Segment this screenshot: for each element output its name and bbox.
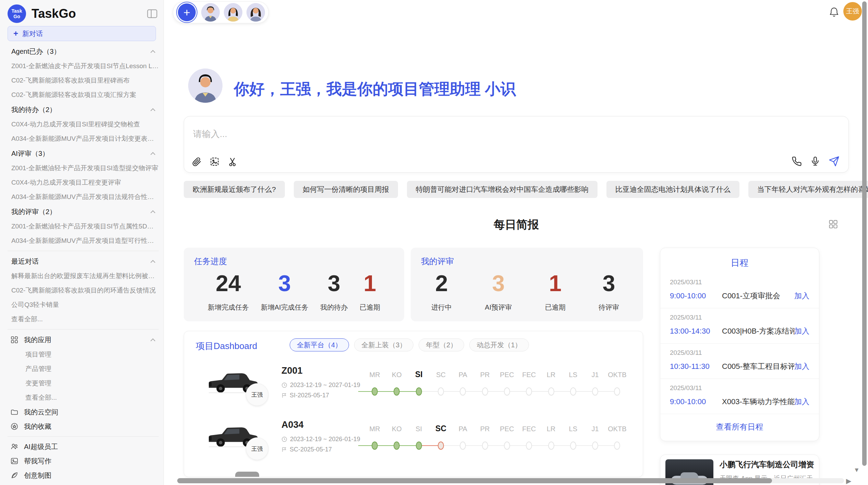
microphone-icon[interactable] [810, 156, 820, 166]
tab-new-platform[interactable]: 全新平台（4） [290, 338, 349, 351]
section-title: AI评审（3） [11, 149, 49, 158]
milestone-label: MR [364, 425, 386, 433]
milestone-label: J1 [584, 371, 606, 379]
agent-avatar-1[interactable] [201, 3, 220, 22]
list-item[interactable]: A034-全新新能源MUV产品开发项目计划变更表编写 [11, 132, 159, 146]
list-item[interactable]: Z001-全新燃油皮卡产品开发项目SI节点Lesson Learn报告 [11, 59, 159, 73]
tab-model-year[interactable]: 年型（2） [419, 338, 464, 351]
add-agent-button[interactable]: + [178, 3, 196, 21]
schedule-date: 2025/03/11 [670, 349, 809, 357]
agent-avatar-2[interactable] [224, 3, 242, 22]
chevron-up-icon [150, 108, 155, 113]
scissors-icon[interactable] [227, 157, 238, 167]
project-row-a034[interactable]: 王强 A034 2023-12-19 ~ 2026-01-19 SC-2025-… [184, 415, 643, 467]
stat-ai-prereview: 3 AI预评审 [485, 272, 512, 312]
sidebar-item-ai-employee[interactable]: AI超级员工 [11, 439, 159, 454]
view-all-schedule-link[interactable]: 查看所有日程 [660, 414, 819, 440]
project-row-z001[interactable]: 王强 Z001 2023-12-19 ~ 2027-01-19 SI-2025-… [184, 361, 643, 413]
clock-icon [281, 382, 287, 388]
schedule-time: 9:00-10:00 [670, 397, 722, 406]
section-agent-done[interactable]: Agent已办（3） [11, 44, 159, 59]
list-item[interactable]: A034-全新新能源MUV产品开发项目法规符合性评审 [11, 190, 159, 204]
milestone-label: LS [562, 425, 584, 433]
sidebar-item-cloud-space[interactable]: 我的云空间 [11, 405, 159, 419]
section-my-review[interactable]: 我的评审（2） [11, 204, 159, 219]
sidebar-item-product-mgmt[interactable]: 产品管理 [25, 362, 159, 376]
suggestion-chip[interactable]: 比亚迪全固态电池计划具体说了什么 [606, 181, 739, 198]
image-upload-icon[interactable] [209, 157, 220, 167]
view-all-apps[interactable]: 查看全部... [25, 390, 159, 405]
list-item[interactable]: Z001-全新燃油轻卡产品开发项目SI节点属性5D文件评审 [11, 219, 159, 234]
horizontal-scrollbar-thumb[interactable] [177, 478, 772, 483]
milestone-label: LS [562, 371, 584, 379]
attachment-icon[interactable] [192, 157, 202, 167]
tab-powertrain[interactable]: 动总开发（1） [469, 338, 529, 351]
news-title: 小鹏飞行汽车制造公司增资 [720, 459, 814, 470]
voice-call-icon[interactable] [792, 156, 802, 166]
list-item[interactable]: C0X4-动力总成开发项目SI里程碑提交物检查 [11, 117, 159, 132]
suggestion-chip[interactable]: 如何写一份清晰的项目周报 [294, 181, 398, 198]
schedule-item[interactable]: 2025/03/11 10:30-11:30 C005-整车工程目标评审 加入 [660, 344, 819, 379]
section-ai-review[interactable]: AI评审（3） [11, 146, 159, 161]
tab-new-body[interactable]: 全新上装（3） [354, 338, 413, 351]
list-item[interactable]: C0X4-动力总成开发项目工程变更评审 [11, 175, 159, 190]
section-title: Agent已办（3） [11, 47, 60, 56]
suggestion-chip[interactable]: 欧洲新规最近颁布了什么? [184, 181, 285, 198]
sidebar-item-project-mgmt[interactable]: 项目管理 [25, 347, 159, 362]
scroll-down-arrow[interactable]: ▼ [854, 467, 860, 474]
sidebar-item-my-apps[interactable]: 我的应用 [11, 332, 159, 347]
suggestion-chip[interactable]: 当下年轻人对汽车外观有怎样的喜好趋势 [748, 181, 868, 198]
schedule-item[interactable]: 2025/03/11 9:00-10:00 C001-立项审批会 加入 [660, 273, 819, 308]
list-item[interactable]: A034-全新新能源MUV产品开发项目造型可行性评审 [11, 234, 159, 248]
suggestion-chip[interactable]: 特朗普可能对进口汽车增税会对中国车企造成哪些影响 [407, 181, 598, 198]
send-icon[interactable] [829, 156, 840, 167]
milestone-dot [482, 442, 488, 450]
sidebar-item-change-mgmt[interactable]: 变更管理 [25, 376, 159, 390]
project-flag-date: SI-2025-05-17 [281, 392, 360, 399]
list-item[interactable]: C02-飞腾新能源轻客改款项目的闭环通告反馈情况 [11, 283, 159, 298]
sidebar-item-creative-draw[interactable]: 创意制图 [11, 468, 159, 483]
sidebar-item-write-helper[interactable]: 帮我写作 [11, 454, 159, 468]
scroll-right-arrow[interactable]: ▶ [846, 477, 851, 485]
stat-value: 3 [599, 272, 619, 295]
milestone-dot [482, 387, 488, 396]
sidebar-collapse-icon[interactable] [147, 9, 157, 18]
milestone-label: LR [540, 425, 562, 433]
stat-overdue: 1 已逾期 [360, 272, 380, 312]
schedule-time: 10:30-11:30 [670, 362, 722, 371]
milestone-label: J1 [584, 425, 606, 433]
list-item[interactable]: Z001-全新燃油轻卡产品开发项目SI造型提交物评审 [11, 161, 159, 175]
chat-input[interactable] [193, 129, 742, 139]
creative-draw-label: 创意制图 [24, 471, 51, 480]
flag-icon [281, 447, 287, 452]
partial-next-project-image [235, 472, 259, 477]
list-item[interactable]: C02-飞腾新能源轻客改款项目立项汇报方案 [11, 88, 159, 102]
stat-label: 已逾期 [545, 303, 566, 312]
join-button[interactable]: 加入 [794, 397, 809, 407]
milestone-label: FEC [518, 371, 540, 379]
new-chat-label: 新对话 [22, 29, 43, 38]
list-item[interactable]: 解释最新出台的欧盟报废车法规再生塑料比例被调到15%... [11, 269, 159, 283]
view-all-chats[interactable]: 查看全部... [11, 312, 159, 326]
join-button[interactable]: 加入 [794, 291, 809, 301]
sidebar-item-favorites[interactable]: 我的收藏 [11, 419, 159, 434]
card-title: 我的评审 [411, 248, 643, 267]
join-button[interactable]: 加入 [794, 361, 809, 372]
agent-avatar-3[interactable] [246, 3, 265, 22]
section-my-todo[interactable]: 我的待办（2） [11, 102, 159, 117]
milestone-dot [614, 387, 620, 396]
schedule-item[interactable]: 2025/03/11 13:00-14:30 C003|H0B-方案冻结评审 加… [660, 308, 819, 344]
project-owner-badge: 王强 [246, 437, 268, 460]
schedule-item[interactable]: 2025/03/11 9:00-10:00 X003-车辆动力学性能验... 加… [660, 379, 819, 414]
schedule-date: 2025/03/11 [670, 314, 809, 321]
user-avatar[interactable]: 王强 [843, 2, 862, 21]
join-button[interactable]: 加入 [794, 326, 809, 336]
list-item[interactable]: C02-飞腾新能源轻客改款项目里程碑画布 [11, 73, 159, 88]
section-recent-chats[interactable]: 最近对话 [11, 254, 159, 269]
list-item[interactable]: 公司Q3轻卡销量 [11, 298, 159, 312]
new-chat-button[interactable]: + 新对话 [8, 26, 156, 41]
milestone-dot [526, 442, 532, 450]
vertical-scrollbar-thumb[interactable] [862, 1, 867, 466]
layout-grid-icon[interactable] [828, 219, 838, 229]
notification-bell-icon[interactable] [829, 7, 839, 18]
